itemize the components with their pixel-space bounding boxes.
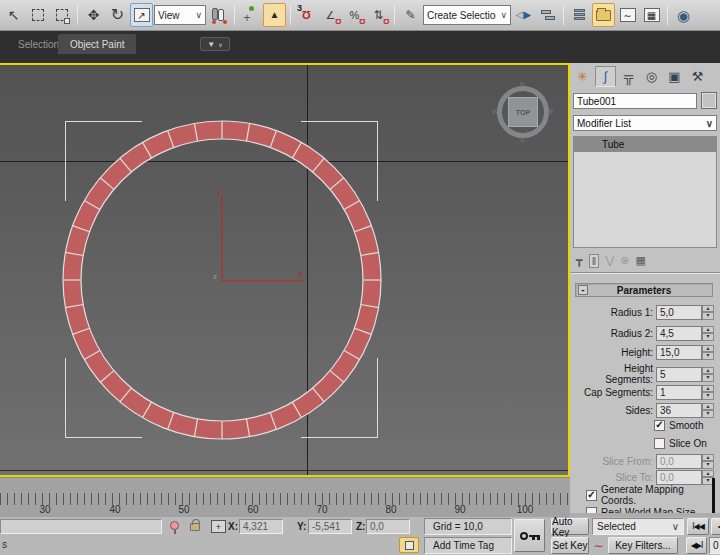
hierarchy-icon: ╦ xyxy=(624,69,633,84)
real-world-map-checkbox[interactable] xyxy=(586,507,597,514)
material-editor-button[interactable]: ◉ xyxy=(672,3,695,27)
go-to-start-button[interactable]: Ⅰ◀◀ xyxy=(687,518,709,535)
command-panel-tabs: ✳ ∫ ╦ ◎ ▣ ⚒ xyxy=(572,66,708,87)
radius1-spinner[interactable]: ▴▾ xyxy=(702,305,714,320)
modifier-stack-toolbar: ┳ ‖ ⋁ ⊗ ▦ xyxy=(576,252,716,269)
add-time-tag[interactable]: Add Time Tag xyxy=(424,537,512,554)
absolute-mode-transform-icon[interactable]: + xyxy=(211,520,226,533)
default-tangent-icon[interactable]: ∼ xyxy=(591,538,606,553)
window-crossing-selection-button[interactable] xyxy=(50,3,73,27)
select-object-button[interactable]: ↖ xyxy=(2,3,25,27)
parameters-rollout-header[interactable]: - Parameters xyxy=(575,283,713,297)
ribbon-minimize-button[interactable]: ▼ ∨ xyxy=(200,37,230,51)
y-coordinate-field[interactable]: -5,541 xyxy=(308,519,352,534)
viewcube-top-face[interactable]: TOP xyxy=(508,97,538,127)
spinner-snap-toggle[interactable]: ⇅Ω xyxy=(367,3,390,27)
configure-modifier-sets-icon[interactable]: ▦ xyxy=(635,254,645,267)
height-segments-field[interactable]: 5 xyxy=(656,367,702,382)
keyboard-shortcut-override-toggle[interactable]: ▲ xyxy=(263,3,286,27)
stack-item-tube[interactable]: Tube xyxy=(574,137,716,152)
selection-lock-icon[interactable] xyxy=(190,523,200,531)
chevron-down-icon: ∨ xyxy=(218,41,222,48)
edit-named-selection-sets-button[interactable]: ✎ xyxy=(399,3,422,27)
use-pivot-point-center-button[interactable] xyxy=(207,3,230,27)
sides-field[interactable]: 36 xyxy=(656,403,702,418)
magnet-icon: Ω xyxy=(383,17,389,26)
tab-hierarchy[interactable]: ╦ xyxy=(618,66,639,87)
top-viewport[interactable]: y x z TOP N S E W xyxy=(0,63,570,477)
modifier-stack[interactable]: Tube xyxy=(573,136,717,248)
cap-segments-spinner[interactable]: ▴▾ xyxy=(702,385,714,400)
named-selection-sets-dropdown[interactable]: Create Selection Se ∨ xyxy=(423,5,511,25)
adaptive-degradation-toggle[interactable] xyxy=(399,537,419,553)
height-spinner[interactable]: ▴▾ xyxy=(702,345,714,360)
tab-create[interactable]: ✳ xyxy=(572,66,593,87)
select-and-manipulate-button[interactable]: + xyxy=(239,3,262,27)
sides-spinner[interactable]: ▴▾ xyxy=(702,403,714,418)
pin-notification-icon[interactable] xyxy=(170,521,179,530)
ribbon-tab-object-paint[interactable]: Object Paint xyxy=(58,34,136,54)
slice-on-checkbox[interactable] xyxy=(654,438,665,449)
viewcube[interactable]: TOP N S E W xyxy=(494,83,552,141)
object-name-field[interactable]: Tube001 xyxy=(573,93,697,109)
auto-key-button[interactable]: Auto Key xyxy=(551,518,589,535)
make-unique-icon[interactable]: ⋁ xyxy=(605,254,614,267)
set-key-button[interactable]: Set Key xyxy=(551,537,589,554)
set-keys-button[interactable] xyxy=(514,519,545,552)
toolbar-separator xyxy=(563,5,564,25)
curve-editor-button[interactable]: ∼ xyxy=(616,3,639,27)
panel-divider xyxy=(570,272,720,274)
modifier-list-dropdown[interactable]: Modifier List ∨ xyxy=(573,115,717,131)
manage-layers-button[interactable] xyxy=(568,3,591,27)
show-end-result-icon[interactable]: ‖ xyxy=(589,254,600,268)
z-coordinate-field[interactable]: 0,0 xyxy=(366,519,410,534)
x-coordinate-field[interactable]: 4,321 xyxy=(239,519,283,534)
rollout-scrollbar[interactable] xyxy=(712,478,715,513)
selection-set-keys-dropdown[interactable]: Selected ∨ xyxy=(592,518,684,535)
mirror-icon-filled: ▶ xyxy=(524,10,532,20)
align-button[interactable] xyxy=(536,3,559,27)
status-line-field[interactable] xyxy=(0,519,162,534)
tab-display[interactable]: ▣ xyxy=(664,66,685,87)
chevron-down-icon: ∨ xyxy=(706,118,713,129)
percent-snap-toggle[interactable]: %Ω xyxy=(343,3,366,27)
current-frame-field[interactable]: 0 xyxy=(709,537,720,554)
reference-coordinate-system-dropdown[interactable]: View ∨ xyxy=(154,5,206,25)
radius2-field[interactable]: 4,5 xyxy=(656,326,702,341)
real-world-map-label: Real-World Map Size xyxy=(601,507,695,514)
smooth-checkbox[interactable]: ✓ xyxy=(654,420,665,431)
mirror-button[interactable]: ◁▶ xyxy=(512,3,535,27)
angle-snap-toggle[interactable]: ∠Ω xyxy=(319,3,342,27)
tab-modify[interactable]: ∫ xyxy=(595,66,616,87)
height-segments-spinner[interactable]: ▴▾ xyxy=(702,367,714,382)
go-to-start-icon: Ⅰ◀◀ xyxy=(692,522,704,531)
object-color-swatch[interactable] xyxy=(701,92,717,109)
coordinate-system-value: View xyxy=(158,10,191,21)
select-and-rotate-button[interactable]: ↻ xyxy=(106,3,129,27)
rollout-collapse-button[interactable]: - xyxy=(578,285,588,295)
radius1-field[interactable]: 5,0 xyxy=(656,305,702,320)
graphite-ribbon-toggle[interactable] xyxy=(592,3,615,27)
pin-stack-icon[interactable]: ┳ xyxy=(576,254,583,267)
tab-utilities[interactable]: ⚒ xyxy=(687,66,708,87)
rectangular-selection-region-button[interactable] xyxy=(26,3,49,27)
display-icon: ▣ xyxy=(668,69,680,84)
select-and-scale-button[interactable]: ↗ xyxy=(130,3,153,27)
cap-segments-field[interactable]: 1 xyxy=(656,385,702,400)
schematic-view-button[interactable]: ▦ xyxy=(640,3,663,27)
tab-motion[interactable]: ◎ xyxy=(641,66,662,87)
chevron-down-icon: ∨ xyxy=(672,521,679,532)
viewcube-west-label: W xyxy=(492,108,499,115)
generate-mapping-checkbox[interactable]: ✓ xyxy=(586,490,597,501)
height-field[interactable]: 15,0 xyxy=(656,345,702,360)
key-filters-button[interactable]: Key Filters... xyxy=(608,537,678,554)
key-mode-toggle[interactable]: ◀▶Ⅰ xyxy=(686,537,707,554)
select-and-move-button[interactable]: ✥ xyxy=(82,3,105,27)
param-row-cap-segments: Cap Segments: 1 ▴▾ xyxy=(574,384,714,400)
snap-toggle-3d-button[interactable]: 3Ω xyxy=(295,3,318,27)
remove-modifier-icon[interactable]: ⊗ xyxy=(620,254,629,267)
radius2-spinner[interactable]: ▴▾ xyxy=(702,326,714,341)
previous-frame-button[interactable]: ◀ xyxy=(711,518,720,535)
track-bar[interactable]: 30 40 50 60 70 80 90 100 xyxy=(0,477,570,517)
radius1-label: Radius 1: xyxy=(574,307,656,318)
